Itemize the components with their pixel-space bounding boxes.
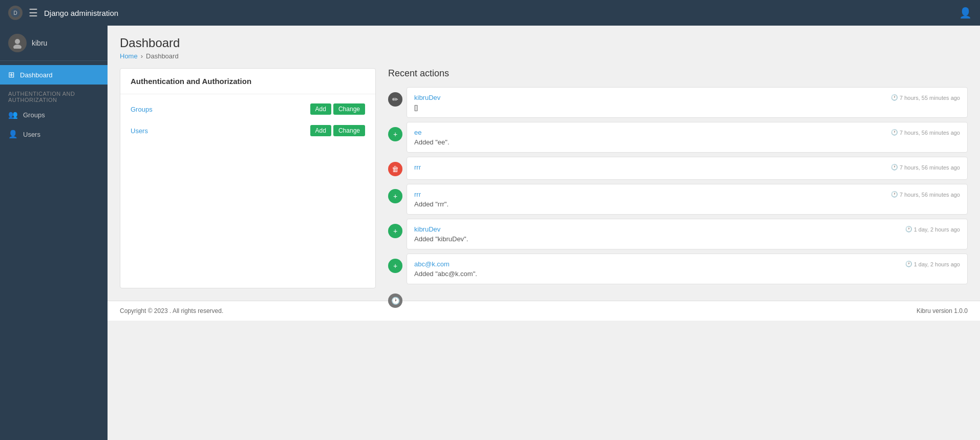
action-header-5: abc@k.com🕐 1 day, 2 hours ago: [414, 260, 960, 268]
action-name-2[interactable]: rrr: [414, 163, 421, 171]
action-item-1: +ee🕐 7 hours, 56 minutes agoAdded "ee".: [388, 122, 968, 153]
breadcrumb-separator: ›: [141, 52, 143, 60]
clock-icon-1: 🕐: [891, 129, 898, 136]
svg-point-2: [15, 39, 20, 44]
sidebar-username: kibru: [32, 39, 47, 47]
action-item-0: ✏kibruDev🕐 7 hours, 55 minutes ago[]: [388, 87, 968, 118]
action-dot-edit: ✏: [388, 92, 402, 107]
action-name-3[interactable]: rrr: [414, 191, 421, 198]
action-header-0: kibruDev🕐 7 hours, 55 minutes ago: [414, 94, 960, 101]
action-name-4[interactable]: kibruDev: [414, 225, 440, 233]
auth-card-body: Groups Add Change Users Add Change: [120, 94, 375, 145]
action-name-1[interactable]: ee: [414, 129, 421, 136]
action-time-2: 🕐 7 hours, 56 minutes ago: [891, 164, 960, 171]
auth-card-title: Authentication and Authorization: [120, 69, 375, 94]
action-item-4: +kibruDev🕐 1 day, 2 hours agoAdded "kibr…: [388, 219, 968, 249]
svg-text:D: D: [13, 10, 17, 16]
sidebar-nav: ⊞ Dashboard Authentication and Authoriza…: [0, 61, 108, 440]
actions-list: ✏kibruDev🕐 7 hours, 55 minutes ago[]+ee🕐…: [388, 87, 968, 284]
groups-model-row: Groups Add Change: [120, 98, 375, 120]
sidebar-item-groups[interactable]: 👥 Groups: [0, 105, 108, 124]
groups-icon: 👥: [8, 110, 18, 119]
sidebar-item-dashboard[interactable]: ⊞ Dashboard: [0, 65, 108, 85]
action-name-0[interactable]: kibruDev: [414, 94, 440, 101]
clock-icon-0: 🕐: [891, 94, 898, 101]
app-logo: D: [8, 6, 23, 20]
top-bar: D ☰ Django administration 👤: [0, 0, 980, 26]
action-time-3: 🕐 7 hours, 56 minutes ago: [891, 191, 960, 198]
groups-add-button[interactable]: Add: [310, 103, 331, 115]
footer-copyright: Copyright © 2023 . All rights reserved.: [120, 307, 223, 315]
footer: Copyright © 2023 . All rights reserved. …: [108, 301, 980, 321]
action-dot-clock: 🕐: [388, 294, 402, 308]
action-header-2: rrr🕐 7 hours, 56 minutes ago: [414, 163, 960, 171]
auth-card: Authentication and Authorization Groups …: [120, 68, 376, 288]
main-header: Dashboard Home › Dashboard: [108, 26, 980, 68]
clock-icon-2: 🕐: [891, 164, 898, 171]
action-header-4: kibruDev🕐 1 day, 2 hours ago: [414, 225, 960, 233]
action-dot-add: +: [388, 259, 402, 273]
action-header-3: rrr🕐 7 hours, 56 minutes ago: [414, 191, 960, 198]
recent-actions-title: Recent actions: [388, 68, 968, 79]
action-item-3: +rrr🕐 7 hours, 56 minutes agoAdded "rrr"…: [388, 184, 968, 215]
groups-actions: Add Change: [310, 103, 365, 115]
main-content: Dashboard Home › Dashboard Authenticatio…: [108, 26, 980, 440]
action-desc-5: Added "abc@k.com".: [414, 270, 960, 278]
groups-change-button[interactable]: Change: [333, 103, 365, 115]
action-card-1: ee🕐 7 hours, 56 minutes agoAdded "ee".: [407, 122, 968, 153]
action-desc-1: Added "ee".: [414, 138, 960, 146]
sidebar-item-label-groups: Groups: [23, 111, 45, 119]
svg-point-3: [13, 45, 22, 49]
sidebar-item-label-dashboard: Dashboard: [20, 71, 53, 79]
dashboard-icon: ⊞: [8, 70, 15, 79]
action-time-0: 🕐 7 hours, 55 minutes ago: [891, 94, 960, 101]
action-time-1: 🕐 7 hours, 56 minutes ago: [891, 129, 960, 136]
groups-link[interactable]: Groups: [131, 106, 153, 113]
clock-icon-4: 🕐: [905, 226, 912, 233]
sidebar-item-users[interactable]: 👤 Users: [0, 124, 108, 144]
action-desc-3: Added "rrr".: [414, 200, 960, 208]
action-card-3: rrr🕐 7 hours, 56 minutes agoAdded "rrr".: [407, 184, 968, 215]
users-link[interactable]: Users: [131, 127, 148, 135]
action-item-5: +abc@k.com🕐 1 day, 2 hours agoAdded "abc…: [388, 254, 968, 284]
breadcrumb: Home › Dashboard: [120, 52, 968, 60]
top-bar-left: D ☰ Django administration: [8, 6, 118, 20]
action-dot-add: +: [388, 127, 402, 141]
action-dot-add: +: [388, 189, 402, 203]
app-title: Django administration: [44, 9, 118, 17]
action-name-5[interactable]: abc@k.com: [414, 260, 450, 268]
users-change-button[interactable]: Change: [333, 125, 365, 136]
action-card-5: abc@k.com🕐 1 day, 2 hours agoAdded "abc@…: [407, 254, 968, 284]
clock-icon-5: 🕐: [905, 261, 912, 267]
action-time-4: 🕐 1 day, 2 hours ago: [905, 226, 960, 233]
action-item-2: 🗑rrr🕐 7 hours, 56 minutes ago: [388, 157, 968, 180]
sidebar: kibru ⊞ Dashboard Authentication and Aut…: [0, 26, 108, 440]
avatar: [8, 34, 27, 52]
recent-actions-panel: Recent actions ✏kibruDev🕐 7 hours, 55 mi…: [388, 68, 968, 288]
users-actions: Add Change: [310, 125, 365, 136]
breadcrumb-current: Dashboard: [146, 52, 179, 60]
main-body: Authentication and Authorization Groups …: [108, 68, 980, 301]
users-add-button[interactable]: Add: [310, 125, 331, 136]
action-desc-4: Added "kibruDev".: [414, 235, 960, 243]
footer-version: Kibru version 1.0.0: [917, 307, 968, 315]
app-wrapper: kibru ⊞ Dashboard Authentication and Aut…: [0, 26, 980, 440]
sidebar-user: kibru: [0, 26, 108, 61]
users-icon: 👤: [8, 130, 18, 139]
action-card-4: kibruDev🕐 1 day, 2 hours agoAdded "kibru…: [407, 219, 968, 249]
action-header-1: ee🕐 7 hours, 56 minutes ago: [414, 129, 960, 136]
action-time-5: 🕐 1 day, 2 hours ago: [905, 261, 960, 267]
sidebar-section-label: Authentication and Authorization: [0, 85, 108, 105]
action-dot-add: +: [388, 224, 402, 238]
clock-icon-3: 🕐: [891, 191, 898, 198]
action-desc-0: []: [414, 103, 960, 111]
breadcrumb-home[interactable]: Home: [120, 52, 138, 60]
sidebar-item-label-users: Users: [23, 131, 40, 138]
action-card-2: rrr🕐 7 hours, 56 minutes ago: [407, 157, 968, 180]
users-model-row: Users Add Change: [120, 120, 375, 141]
user-icon[interactable]: 👤: [959, 7, 972, 19]
action-card-0: kibruDev🕐 7 hours, 55 minutes ago[]: [407, 87, 968, 118]
action-dot-delete: 🗑: [388, 162, 402, 176]
hamburger-menu[interactable]: ☰: [29, 7, 38, 19]
page-title: Dashboard: [120, 36, 968, 50]
